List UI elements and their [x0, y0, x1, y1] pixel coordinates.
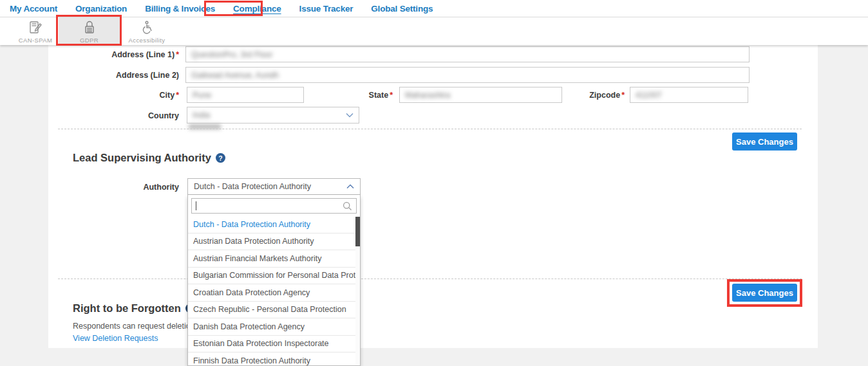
dropdown-scrollbar[interactable]	[355, 216, 360, 365]
address1-label: Address (Line 1)*	[58, 50, 179, 59]
country-label: Country	[58, 111, 179, 120]
address1-input[interactable]: QuestionPro, 3rd Floor	[185, 46, 750, 62]
subnav-item-gdpr[interactable]: GDPR	[59, 17, 120, 45]
lock-icon	[82, 19, 97, 36]
address1-value: QuestionPro, 3rd Floor	[191, 50, 272, 59]
subnav-item-can-spam[interactable]: CAN-SPAM	[13, 17, 58, 45]
authority-option[interactable]: Czech Republic - Personal Data Protectio…	[188, 302, 361, 319]
top-tab-issue-tracker[interactable]: Issue Tracker	[299, 3, 354, 15]
city-input[interactable]: Pune	[187, 87, 304, 103]
help-icon[interactable]: ?	[216, 153, 225, 163]
subnav-label: GDPR	[80, 37, 99, 44]
authority-dropdown-panel: Dutch - Data Protection AuthorityAustria…	[187, 195, 361, 366]
subnav-item-accessibility[interactable]: Accessibility	[122, 17, 172, 45]
top-tab-global-settings[interactable]: Global Settings	[370, 3, 433, 15]
required-asterisk: *	[390, 91, 393, 100]
top-tab-billing-invoices[interactable]: Billing & Invoices	[144, 3, 216, 15]
compliance-settings-page: My AccountOrganizationBilling & Invoices…	[0, 0, 868, 366]
address2-value: Gaikwad Avenue, Aundh	[191, 71, 279, 80]
zipcode-value: 411007	[636, 91, 662, 100]
authority-selected-value: Dutch - Data Protection Authority	[194, 182, 311, 191]
authority-option[interactable]: Dutch - Data Protection Authority	[188, 216, 361, 233]
zipcode-label: Zipcode*	[554, 91, 625, 100]
compliance-subnav: CAN-SPAM GDPR Accessibility	[0, 17, 868, 45]
dropdown-scrollbar-thumb[interactable]	[355, 217, 360, 246]
authority-select[interactable]: Dutch - Data Protection Authority	[187, 178, 361, 195]
state-label: State*	[322, 91, 393, 100]
section-divider	[58, 129, 802, 129]
address2-input[interactable]: Gaikwad Avenue, Aundh	[185, 67, 750, 83]
rtbf-description: Respondents can request deletion of	[73, 322, 204, 331]
state-value: Maharashtra	[405, 91, 450, 100]
address2-label: Address (Line 2)	[58, 71, 179, 80]
section-divider	[58, 279, 802, 279]
authority-option[interactable]: Bulgarian Commission for Personal Data P…	[188, 268, 361, 285]
chevron-down-icon	[346, 113, 354, 118]
top-tab-compliance[interactable]: Compliance	[232, 3, 282, 15]
view-deletion-requests-link[interactable]: View Deletion Requests	[73, 334, 158, 343]
section-title-text: Lead Supervising Authority	[73, 152, 211, 164]
top-tab-organization[interactable]: Organization	[75, 3, 127, 15]
required-asterisk: *	[621, 91, 625, 100]
authority-option[interactable]: Austrian Financial Markets Authority	[188, 250, 361, 268]
country-select[interactable]: India	[187, 107, 359, 124]
top-tab-my-account[interactable]: My Account	[9, 3, 58, 15]
search-icon	[343, 201, 352, 211]
top-navigation: My AccountOrganizationBilling & Invoices…	[0, 0, 868, 17]
save-address-button[interactable]: Save Changes	[732, 133, 797, 151]
city-label: City*	[58, 91, 179, 100]
subnav-label: CAN-SPAM	[19, 37, 53, 44]
authority-options-list: Dutch - Data Protection AuthorityAustria…	[188, 216, 361, 365]
authority-search-input[interactable]	[191, 198, 357, 214]
required-asterisk: *	[176, 91, 179, 100]
subnav-label: Accessibility	[129, 37, 165, 44]
authority-label: Authority	[90, 183, 179, 192]
authority-section-title: Lead Supervising Authority ?	[73, 152, 225, 164]
rtbf-section-title: Right to be Forgotten ?	[73, 302, 195, 315]
chevron-up-icon	[346, 184, 354, 189]
authority-option[interactable]: Austrian Data Protection Authority	[188, 233, 361, 251]
save-authority-button[interactable]: Save Changes	[732, 284, 797, 302]
required-asterisk: *	[176, 50, 179, 59]
wheelchair-icon	[139, 19, 155, 36]
state-input[interactable]: Maharashtra	[399, 87, 562, 103]
country-value: India	[193, 111, 210, 120]
document-pencil-icon	[28, 19, 43, 36]
city-value: Pune	[193, 91, 211, 100]
text-cursor	[196, 201, 196, 210]
authority-option[interactable]: Estonian Data Protection Inspectorate	[188, 336, 361, 353]
authority-option[interactable]: Finnish Data Protection Authority	[188, 352, 361, 365]
section-title-text: Right to be Forgotten	[73, 302, 181, 315]
zipcode-input[interactable]: 411007	[630, 87, 748, 103]
authority-option[interactable]: Danish Data Protection Agency	[188, 318, 361, 336]
authority-option[interactable]: Croatian Data Protection Agency	[188, 284, 361, 302]
